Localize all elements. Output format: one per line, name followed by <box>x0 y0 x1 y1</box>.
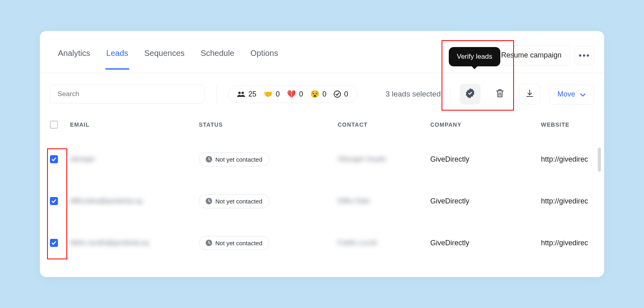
row-checkbox[interactable] <box>50 197 58 205</box>
table-row[interactable]: diffucaitra@gvedictty.vg Not yet contact… <box>50 180 594 222</box>
action-divider <box>450 86 451 102</box>
verify-leads-button[interactable] <box>460 84 481 105</box>
col-company: COMPANY <box>430 121 541 128</box>
svg-point-2 <box>334 91 341 97</box>
tab-schedule[interactable]: Schedule <box>193 49 242 69</box>
status-pill: Not yet contacted <box>199 194 269 208</box>
stat-people: 25 <box>237 90 256 99</box>
stat-handshake: 🤝 0 <box>264 90 280 99</box>
cell-website: http://givedirec <box>541 155 594 164</box>
cell-website: http://givedirec <box>541 197 594 205</box>
action-group: Move <box>450 84 594 105</box>
stat-dizzy-value: 0 <box>322 90 326 99</box>
table-row[interactable]: fakitc.iocath@gvedictty.vg Not yet conta… <box>50 222 594 264</box>
selected-count-label: 3 leads selected <box>386 90 441 99</box>
cell-company: GiveDirectly <box>430 239 541 247</box>
clock-icon <box>206 240 212 246</box>
search-input[interactable] <box>50 84 205 104</box>
leads-panel: Analytics Leads Sequences Schedule Optio… <box>40 31 604 277</box>
col-email: EMAIL <box>70 121 199 128</box>
tab-leads[interactable]: Leads <box>98 49 136 69</box>
status-label: Not yet contacted <box>215 198 262 205</box>
status-label: Not yet contacted <box>215 240 262 246</box>
clock-icon <box>206 198 212 204</box>
heartbreak-icon: 💔 <box>287 90 296 99</box>
row-checkbox[interactable] <box>50 155 58 163</box>
tab-options[interactable]: Options <box>242 49 286 69</box>
divider <box>216 85 217 103</box>
cell-website: http://givedirec <box>541 239 594 247</box>
col-status: STATUS <box>199 121 338 128</box>
stat-checkmark: 0 <box>334 90 348 99</box>
clock-icon <box>206 156 212 162</box>
cell-contact: Obonger Hoydo <box>338 155 430 163</box>
svg-point-0 <box>238 92 241 94</box>
row-checkbox[interactable] <box>50 239 58 247</box>
more-menu-button[interactable]: ••• <box>575 46 594 65</box>
select-all-checkbox[interactable] <box>50 121 58 129</box>
stat-checkmark-value: 0 <box>344 90 348 99</box>
cell-company: GiveDirectly <box>430 197 541 205</box>
move-label: Move <box>557 90 575 99</box>
cell-company: GiveDirectly <box>430 155 541 164</box>
svg-point-1 <box>242 92 244 94</box>
resume-campaign-label: Resume campaign <box>501 51 561 60</box>
verify-tooltip: Verify leads <box>449 47 500 66</box>
chevron-down-icon <box>580 90 586 99</box>
stat-people-value: 25 <box>248 90 256 99</box>
toolbar: 25 🤝 0 💔 0 😵 0 0 3 leads selected <box>40 73 604 113</box>
leads-table: EMAIL STATUS CONTACT COMPANY WEBSITE obo… <box>40 113 604 264</box>
stats-box: 25 🤝 0 💔 0 😵 0 0 <box>228 85 357 103</box>
verify-badge-icon <box>464 88 476 101</box>
stat-dizzy: 😵 0 <box>310 90 326 99</box>
download-icon <box>525 89 534 99</box>
tab-sequences[interactable]: Sequences <box>136 49 193 69</box>
status-pill: Not yet contacted <box>199 152 269 166</box>
status-pill: Not yet contacted <box>199 236 269 250</box>
handshake-icon: 🤝 <box>264 90 272 99</box>
status-label: Not yet contacted <box>215 156 262 163</box>
table-header: EMAIL STATUS CONTACT COMPANY WEBSITE <box>50 113 594 138</box>
cell-email: fakitc.iocath@gvedictty.vg <box>70 239 199 247</box>
table-row[interactable]: obonger Not yet contacted Obonger Hoydo … <box>50 138 594 180</box>
cell-contact: Diffur Dalo <box>338 197 430 205</box>
check-circle-icon <box>334 90 341 98</box>
cell-email: diffucaitra@gvedictty.vg <box>70 197 199 205</box>
stat-heartbreak: 💔 0 <box>287 90 303 99</box>
tab-bar: Analytics Leads Sequences Schedule Optio… <box>40 31 604 73</box>
tab-analytics[interactable]: Analytics <box>50 49 98 69</box>
search-field[interactable] <box>58 90 197 98</box>
cell-contact: Fadito Locoti <box>338 239 430 247</box>
scrollbar-thumb[interactable] <box>598 148 601 172</box>
move-button[interactable]: Move <box>549 84 594 105</box>
dizzy-icon: 😵 <box>310 90 319 99</box>
col-website: WEBSITE <box>541 121 594 128</box>
stat-heartbreak-value: 0 <box>299 90 303 99</box>
people-icon <box>237 91 245 97</box>
dots-icon: ••• <box>578 50 590 61</box>
trash-icon <box>495 88 504 100</box>
delete-button[interactable] <box>489 84 510 105</box>
cell-email: obonger <box>70 155 199 163</box>
col-contact: CONTACT <box>338 121 430 128</box>
download-button[interactable] <box>519 84 540 105</box>
stat-handshake-value: 0 <box>276 90 280 99</box>
